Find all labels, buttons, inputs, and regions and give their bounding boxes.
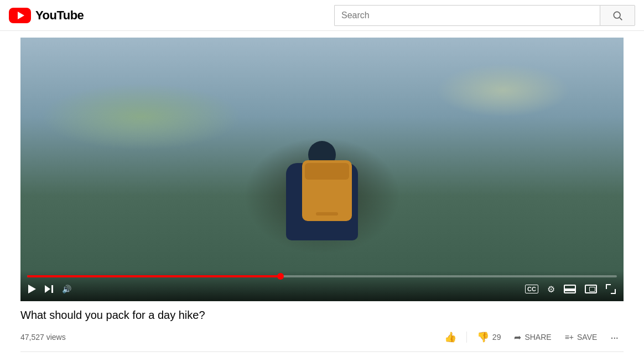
- save-button[interactable]: SAVE: [559, 329, 603, 345]
- settings-button[interactable]: [546, 283, 556, 296]
- view-count: 47,527 views: [20, 333, 66, 342]
- divider: [466, 332, 467, 343]
- like-button[interactable]: 👍: [439, 328, 462, 347]
- progress-fill: [27, 275, 281, 277]
- dislike-button[interactable]: 👎 29: [471, 328, 507, 347]
- more-button[interactable]: [605, 328, 624, 347]
- search-button[interactable]: [600, 5, 635, 26]
- gear-icon: [547, 284, 555, 295]
- progress-dot: [277, 273, 284, 280]
- play-button[interactable]: [27, 284, 37, 295]
- logo-link[interactable]: YouTube: [9, 8, 84, 23]
- skip-button[interactable]: [44, 284, 54, 294]
- fullscreen-button[interactable]: [605, 283, 617, 295]
- cc-icon: CC: [525, 285, 538, 293]
- volume-button[interactable]: [61, 284, 72, 295]
- play-icon: [28, 285, 36, 293]
- theater-button[interactable]: [563, 284, 577, 295]
- svg-line-1: [620, 18, 622, 20]
- video-controls: CC: [20, 271, 624, 301]
- search-area: [334, 5, 635, 26]
- save-icon: [565, 333, 574, 342]
- svg-point-0: [614, 12, 620, 18]
- search-icon: [612, 10, 623, 21]
- skip-icon: [45, 285, 53, 293]
- search-input[interactable]: [334, 5, 600, 26]
- channel-section: SISUoutfitters Sisu Outfitters Published…: [20, 352, 624, 357]
- figure-body: [261, 141, 383, 268]
- thumbs-down-icon: 👎: [477, 331, 489, 343]
- video-meta-row: 47,527 views 👍 👎 29 SHARE SAVE: [20, 328, 624, 347]
- pip-button[interactable]: [584, 284, 598, 295]
- save-label: SAVE: [577, 333, 597, 342]
- header: YouTube: [0, 0, 644, 31]
- share-icon: [514, 332, 521, 343]
- progress-bar[interactable]: [27, 275, 617, 277]
- main-content: CC What should: [20, 31, 624, 357]
- controls-right: CC: [524, 283, 617, 296]
- thumbs-up-icon: 👍: [444, 331, 456, 343]
- video-player: CC: [20, 38, 624, 301]
- pip-icon: [585, 285, 597, 293]
- fullscreen-icon: [606, 284, 616, 294]
- share-button[interactable]: SHARE: [508, 329, 557, 346]
- share-label: SHARE: [524, 333, 551, 342]
- logo-text: YouTube: [35, 8, 84, 23]
- action-buttons: 👍 👎 29 SHARE SAVE: [439, 328, 624, 347]
- volume-icon: [62, 285, 71, 293]
- theater-icon: [564, 285, 576, 293]
- cc-button[interactable]: CC: [524, 284, 539, 295]
- controls-row: CC: [27, 283, 617, 296]
- figure-pack: [302, 160, 352, 221]
- video-thumbnail: [20, 38, 624, 301]
- controls-left: [27, 284, 72, 295]
- video-info: What should you pack for a day hike? 47,…: [20, 301, 624, 352]
- dislike-count: 29: [492, 333, 501, 342]
- youtube-logo-icon: [9, 8, 31, 23]
- more-icon: [610, 331, 618, 344]
- video-title: What should you pack for a day hike?: [20, 308, 624, 322]
